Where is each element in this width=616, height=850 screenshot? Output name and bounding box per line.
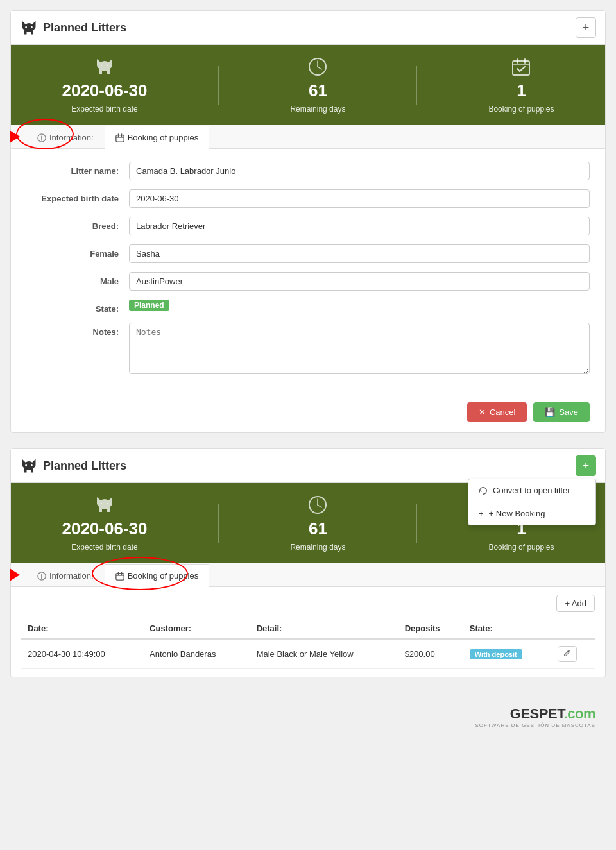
- convert-icon: [479, 486, 488, 495]
- state-label: State:: [26, 300, 129, 314]
- cell-edit: [551, 639, 595, 669]
- add-panel-button[interactable]: +: [576, 17, 596, 38]
- stat2-birth-date-label: Expected birth date: [71, 543, 137, 552]
- stats-bar: 2020-06-30 Expected birth date 61 Remain…: [11, 45, 605, 125]
- stat-bookings: 1 Booking of puppies: [488, 56, 554, 114]
- svg-point-18: [25, 464, 27, 466]
- add-booking-button[interactable]: + Add: [556, 595, 595, 612]
- panel2-title-wrap: Planned Litters: [20, 457, 126, 475]
- tab-booking-label: Booking of puppies: [128, 133, 199, 142]
- col-actions: [551, 618, 595, 639]
- cell-state: With deposit: [463, 639, 552, 669]
- calendar-tab-icon: [116, 133, 124, 142]
- new-booking-icon: +: [479, 509, 484, 518]
- deposit-badge: With deposit: [470, 649, 522, 659]
- edit-booking-button[interactable]: [558, 646, 577, 662]
- calendar-tab-icon-2: [116, 572, 124, 581]
- save-label: Save: [559, 407, 578, 417]
- form-actions: ✕ Cancel 💾 Save: [11, 396, 605, 432]
- svg-point-1: [31, 26, 33, 28]
- litter-name-label: Litter name:: [26, 162, 129, 176]
- svg-rect-14: [116, 135, 124, 142]
- stat-remaining-days: 61 Remaining days: [290, 56, 345, 114]
- brand-name: GESPET.com: [510, 706, 595, 722]
- svg-point-2: [101, 65, 103, 67]
- save-icon: 💾: [545, 407, 555, 417]
- litter-name-input[interactable]: [129, 162, 590, 180]
- svg-rect-7: [513, 61, 529, 75]
- tab2-booking[interactable]: Booking of puppies: [105, 564, 210, 587]
- breed-input[interactable]: [129, 217, 590, 235]
- svg-line-6: [318, 67, 321, 69]
- table-row: 2020-04-30 10:49:00 Antonio Banderas Mal…: [21, 639, 595, 669]
- save-button[interactable]: 💾 Save: [533, 402, 590, 422]
- annotation-arrow-2: [10, 568, 20, 581]
- svg-point-3: [107, 65, 109, 67]
- tabs-bar-2: Information: Booking of puppies: [11, 563, 605, 587]
- brand-text: GESPET: [510, 706, 564, 722]
- brand-tld: .com: [564, 706, 595, 722]
- birth-date-icon: [94, 56, 115, 77]
- female-label: Female: [26, 244, 129, 259]
- dropdown-convert[interactable]: Convert to open litter: [468, 479, 595, 502]
- form-row-breed: Breed:: [26, 217, 590, 235]
- female-input[interactable]: [129, 244, 590, 263]
- table-section: + Add Date: Customer: Detail: Deposits S…: [11, 587, 605, 677]
- male-input[interactable]: [129, 272, 590, 291]
- col-deposits: Deposits: [398, 618, 463, 639]
- cell-deposits: $200.00: [398, 639, 463, 669]
- remaining-days-value: 61: [309, 81, 327, 101]
- cell-date: 2020-04-30 10:49:00: [21, 639, 143, 669]
- bookings-value: 1: [517, 81, 526, 101]
- svg-point-19: [31, 464, 33, 466]
- svg-point-21: [107, 503, 109, 505]
- tab2-information-label: Information:: [49, 571, 94, 581]
- panel-title: Planned Litters: [43, 21, 126, 35]
- cat-icon-2: [20, 457, 38, 475]
- birth-date-value: 2020-06-30: [62, 81, 147, 101]
- cat-icon: [20, 19, 38, 37]
- stat2-remaining-label: Remaining days: [290, 543, 345, 552]
- tab-booking[interactable]: Booking of puppies: [105, 126, 210, 149]
- col-state: State:: [463, 618, 552, 639]
- dropdown-menu: Convert to open litter + + New Booking: [468, 479, 596, 525]
- svg-point-13: [41, 135, 42, 137]
- notes-textarea[interactable]: [129, 323, 590, 374]
- table-header-row: Date: Customer: Detail: Deposits State:: [21, 618, 595, 639]
- svg-line-24: [318, 505, 321, 507]
- remaining-days-label: Remaining days: [290, 105, 345, 114]
- stat2-birth-date-value: 2020-06-30: [62, 519, 147, 539]
- cancel-button[interactable]: ✕ Cancel: [467, 402, 527, 422]
- birth-date-input[interactable]: [129, 189, 590, 208]
- table-add-row: + Add: [21, 595, 595, 612]
- form-row-male: Male: [26, 272, 590, 291]
- bookings-label: Booking of puppies: [488, 105, 554, 114]
- info-icon: [37, 133, 46, 142]
- dropdown-new-booking[interactable]: + + New Booking: [468, 502, 595, 525]
- calendar-icon: [511, 56, 531, 77]
- add-dropdown-button[interactable]: +: [576, 455, 596, 476]
- form-row-birth-date: Expected birth date: [26, 189, 590, 208]
- svg-rect-32: [116, 573, 124, 580]
- edit-icon: [563, 649, 571, 657]
- form-row-litter-name: Litter name:: [26, 162, 590, 180]
- add-booking-label: + Add: [565, 599, 586, 608]
- info-icon-2: [37, 572, 46, 581]
- cell-customer: Antonio Banderas: [143, 639, 250, 669]
- clock-icon-2: [307, 495, 328, 515]
- birth-date-label: Expected birth date: [71, 105, 137, 114]
- tab-information-label: Information:: [49, 133, 94, 142]
- tab-information[interactable]: Information:: [26, 126, 105, 149]
- tab2-booking-label: Booking of puppies: [128, 571, 199, 581]
- cancel-label: Cancel: [490, 407, 515, 417]
- stat2-remaining: 61 Remaining days: [290, 495, 345, 552]
- col-detail: Detail:: [250, 618, 398, 639]
- col-date: Date:: [21, 618, 143, 639]
- dropdown-container: + Convert to open litter + + New Booking: [576, 455, 596, 476]
- tabs-bar: Information: Booking of puppies: [11, 125, 605, 149]
- tab2-information[interactable]: Information:: [26, 564, 105, 587]
- form-row-notes: Notes:: [26, 323, 590, 374]
- stat2-birth-date: 2020-06-30 Expected birth date: [62, 495, 147, 552]
- convert-label: Convert to open litter: [493, 486, 570, 495]
- panel2-title: Planned Litters: [43, 459, 126, 473]
